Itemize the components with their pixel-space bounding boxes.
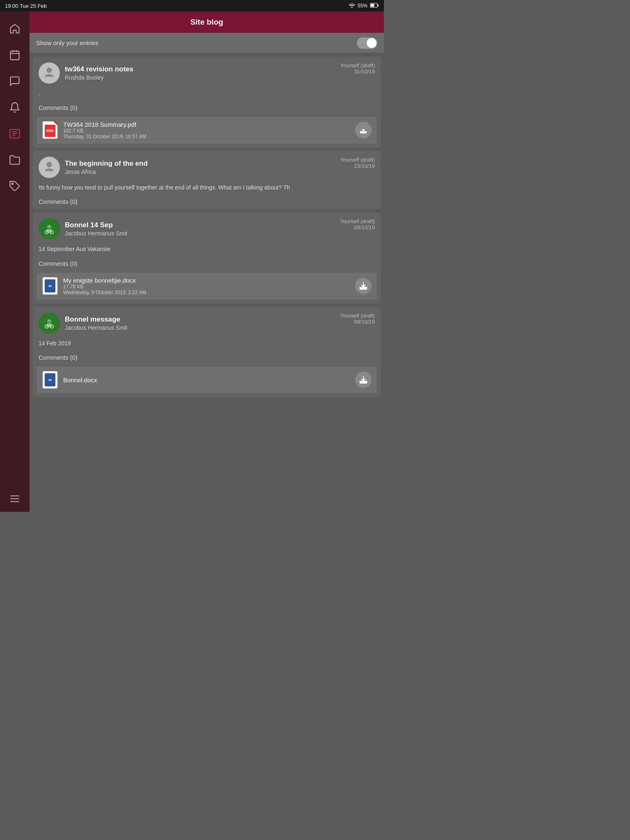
status-bar: 19:00 Tue 25 Feb 55%: [0, 0, 384, 11]
sidebar: [0, 11, 30, 512]
svg-point-11: [11, 183, 13, 185]
attachment-3[interactable]: W My enigste bonneltjie.docx 17.78 KB We…: [37, 273, 377, 299]
attachment-size-3: 17.78 KB: [63, 284, 350, 290]
card-title-4: Bonnel message: [65, 315, 128, 324]
svg-point-18: [48, 226, 49, 226]
attachment-name-3: My enigste bonneltjie.docx: [63, 277, 350, 284]
avatar-1: [39, 62, 60, 84]
card-comments-3: Comments (0): [33, 258, 381, 271]
card-header-2: The beginning of the end Jesse Africa Yo…: [33, 151, 381, 182]
attachment-size-1: 162.7 KB: [63, 128, 350, 134]
svg-rect-1: [371, 4, 374, 7]
blog-card-4[interactable]: Bonnel message Jacobus Hermanus Smit You…: [33, 307, 381, 397]
main-content: Show only your entries tw364 revision no…: [30, 33, 384, 512]
attachment-name-1: TW364 2018 Summary.pdf: [63, 121, 350, 128]
card-header-3: Bonnel 14 Sep Jacobus Hermanus Smit Your…: [33, 212, 381, 244]
sidebar-item-bell[interactable]: [0, 94, 30, 121]
card-excerpt-1: .: [39, 90, 40, 96]
svg-point-15: [47, 225, 51, 229]
card-status-4: Yourself (draft): [340, 313, 375, 319]
card-title-1: tw364 revision notes: [65, 65, 133, 73]
card-comments-1: Comments (0): [33, 102, 381, 115]
card-excerpt-2: Its funny how you tend to pull yourself …: [39, 184, 290, 191]
card-date-2: 23/10/19: [340, 163, 375, 169]
avatar-2: [39, 157, 60, 178]
card-date-3: 09/10/19: [340, 224, 375, 231]
hamburger-icon: [10, 495, 19, 502]
bell-icon: [9, 102, 21, 113]
sidebar-item-chat[interactable]: [0, 68, 30, 94]
toggle-label: Show only your entries: [36, 39, 98, 46]
card-title-2: The beginning of the end: [65, 160, 148, 168]
sidebar-menu-button[interactable]: [0, 486, 30, 512]
sidebar-item-calendar[interactable]: [0, 42, 30, 68]
sidebar-item-folder[interactable]: [0, 147, 30, 173]
attachment-name-4: Bonnel.docx: [63, 377, 350, 383]
calendar-icon: [9, 49, 21, 61]
card-title-3: Bonnel 14 Sep: [65, 221, 128, 229]
card-date-4: 09/10/19: [340, 319, 375, 325]
download-button-4[interactable]: [355, 372, 372, 388]
blog-card-2[interactable]: The beginning of the end Jesse Africa Yo…: [33, 151, 381, 210]
show-only-entries-toggle[interactable]: [357, 37, 377, 49]
battery-icon: [370, 3, 379, 9]
tag-icon: [9, 180, 21, 192]
folder-icon: [9, 154, 21, 166]
card-header-4: Bonnel message Jacobus Hermanus Smit You…: [33, 307, 381, 338]
sidebar-item-tag[interactable]: [0, 173, 30, 199]
blog-icon: [9, 128, 21, 139]
avatar-3: [39, 218, 60, 240]
card-header-1: tw364 revision notes Rushda Booley Yours…: [33, 57, 381, 88]
attachment-icon-4: W: [42, 371, 58, 389]
card-author-1: Rushda Booley: [65, 74, 133, 81]
sidebar-item-blog[interactable]: [0, 121, 30, 147]
wifi-icon: [349, 3, 355, 9]
card-author-3: Jacobus Hermanus Smit: [65, 230, 128, 237]
toggle-row: Show only your entries: [30, 33, 384, 53]
download-button-3[interactable]: [355, 278, 372, 294]
attachment-icon-3: W: [42, 277, 58, 295]
attachment-4[interactable]: W Bonnel.docx: [37, 367, 377, 393]
attachment-icon-1: PDF: [42, 121, 58, 139]
download-button-1[interactable]: [355, 122, 372, 138]
blog-card-3[interactable]: Bonnel 14 Sep Jacobus Hermanus Smit Your…: [33, 212, 381, 304]
card-excerpt-3: 14 September Aus Vakansie: [39, 246, 111, 252]
status-time: 19:00 Tue 25 Feb: [5, 3, 47, 9]
home-icon: [9, 23, 21, 34]
svg-point-19: [50, 226, 50, 226]
card-excerpt-4: 14 Feb 2019: [39, 340, 71, 347]
blog-card-1[interactable]: tw364 revision notes Rushda Booley Yours…: [33, 57, 381, 148]
attachment-1[interactable]: PDF TW364 2018 Summary.pdf 162.7 KB Thur…: [37, 117, 377, 144]
svg-point-32: [50, 320, 50, 321]
chat-icon: [9, 75, 21, 87]
avatar-4: [39, 313, 60, 334]
card-status-1: Yourself (draft): [340, 62, 375, 68]
card-comments-4: Comments (0): [33, 352, 381, 365]
header: Site blog: [30, 11, 384, 33]
card-status-3: Yourself (draft): [340, 218, 375, 224]
card-status-2: Yourself (draft): [340, 157, 375, 163]
card-author-2: Jesse Africa: [65, 169, 148, 175]
status-right: 55%: [349, 3, 379, 9]
svg-point-28: [47, 319, 51, 323]
battery-percentage: 55%: [358, 3, 368, 9]
page-title: Site blog: [190, 18, 223, 27]
svg-rect-3: [11, 51, 19, 60]
attachment-date-3: Wednesday, 9 October 2019, 2:22 AM: [63, 290, 350, 295]
svg-point-31: [48, 320, 49, 321]
svg-rect-2: [378, 5, 379, 6]
card-comments-2: Comments (0): [33, 196, 381, 209]
sidebar-item-home[interactable]: [0, 16, 30, 42]
attachment-date-1: Thursday, 31 October 2019, 10:57 AM: [63, 134, 350, 139]
card-author-4: Jacobus Hermanus Smit: [65, 324, 128, 331]
card-date-1: 31/10/19: [340, 68, 375, 75]
